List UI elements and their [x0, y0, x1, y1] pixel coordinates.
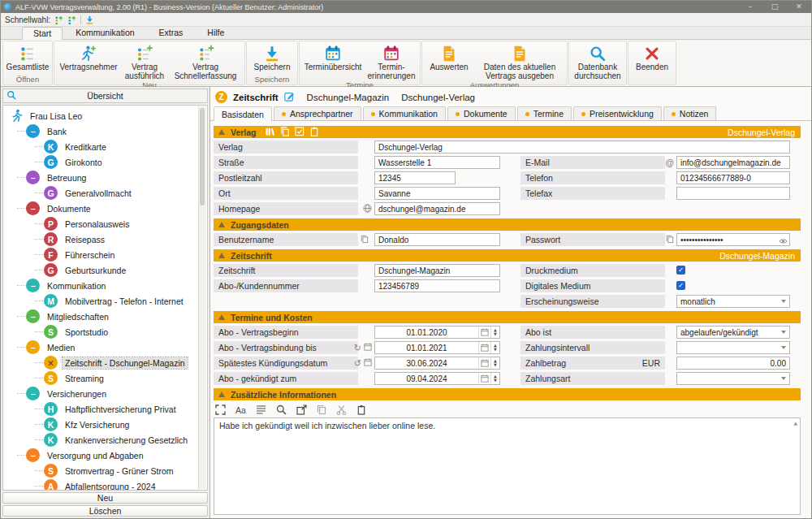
email-input[interactable]: [676, 156, 790, 169]
kuendigungsdatum-date-field[interactable]: 30.06.2024 ▲▼: [374, 357, 500, 370]
vertragsbindung-date-field[interactable]: 01.01.2021 ▲▼: [374, 341, 500, 354]
termin-erinnerungen-button[interactable]: Termin-erinnerungen: [365, 42, 418, 80]
calendar-icon[interactable]: [364, 343, 372, 352]
open-item-verlag[interactable]: Dschungel-Verlag: [401, 93, 475, 102]
collapse-icon[interactable]: −: [26, 309, 40, 323]
calendar-icon[interactable]: [478, 357, 490, 369]
fullscreen-icon[interactable]: [215, 404, 226, 415]
tree-item-kfz-versicherung[interactable]: KKfz Versicherung: [3, 417, 197, 432]
calendar-icon[interactable]: [478, 373, 490, 384]
tree-item-streaming[interactable]: SStreaming: [3, 370, 197, 386]
font-size-icon[interactable]: Aa: [235, 405, 246, 415]
tree-item-medien[interactable]: −Medien: [3, 340, 197, 355]
benutzername-input[interactable]: [374, 233, 500, 246]
tree-item-stromvertrag-grüner-strom[interactable]: SStromvertrag - Grüner Strom: [3, 463, 197, 478]
tree-item-bank[interactable]: −Bank: [3, 123, 197, 139]
tree-item-zeitschrift-dschungel-magazin[interactable]: ✕Zeitschrift - Dschungel-Magazin: [3, 355, 197, 370]
tree-item-abfallentsorgung-2024[interactable]: AAbfallentsorgung - 2024: [3, 478, 197, 491]
renew-icon[interactable]: ↻: [354, 344, 361, 352]
edit-icon[interactable]: [284, 91, 295, 103]
tree-item-reisepass[interactable]: RReisepass: [3, 231, 197, 247]
section-header[interactable]: Zeitschrift Dschungel-Magazin: [214, 249, 801, 262]
ort-input[interactable]: [374, 187, 500, 200]
zahlbetrag-input[interactable]: [676, 357, 790, 370]
tree-item-krankenversicherung-gesetzlich[interactable]: KKrankenversicherung Gesetzlich: [3, 432, 197, 448]
telefon-input[interactable]: [676, 171, 790, 184]
verlag-input[interactable]: [374, 141, 790, 154]
zeitschrift-input[interactable]: [374, 264, 500, 277]
neu-button[interactable]: Neu: [2, 492, 208, 504]
quick-save-icon[interactable]: [85, 15, 94, 24]
collapse-triangle-icon[interactable]: [218, 391, 225, 397]
date-spinner[interactable]: ▲▼: [490, 342, 499, 353]
collapse-icon[interactable]: −: [26, 171, 40, 184]
homepage-input[interactable]: [374, 202, 500, 215]
tab-termine[interactable]: Termine: [517, 106, 572, 120]
quick-new-item-icon[interactable]: [67, 15, 76, 24]
quick-new-contract-icon[interactable]: [54, 15, 63, 24]
search-icon[interactable]: [6, 90, 16, 102]
tree-item-versorgung-und-abgaben[interactable]: −Versorgung und Abgaben: [3, 448, 197, 463]
tab-extras[interactable]: Extras: [148, 26, 195, 39]
tab-notizen[interactable]: Notizen: [663, 106, 717, 120]
abo-ist-select[interactable]: abgelaufen/gekündigt: [676, 326, 790, 339]
auswerten-button[interactable]: Auswerten: [424, 42, 474, 80]
tab-kommunikation[interactable]: Kommunikation: [64, 26, 145, 39]
search-icon[interactable]: [276, 404, 287, 415]
tree-item-mitgliedschaften[interactable]: −Mitgliedschaften: [3, 309, 197, 324]
tab-preisentwicklung[interactable]: Preisentwicklung: [573, 106, 662, 120]
vertrag-schnellerfassung-button[interactable]: Vertrag Schnellerfassung: [168, 42, 243, 80]
collapse-icon[interactable]: −: [26, 124, 40, 138]
collapse-icon[interactable]: −: [26, 448, 40, 462]
maximize-button[interactable]: □: [762, 1, 787, 13]
date-spinner[interactable]: ▲▼: [490, 357, 499, 369]
close-button[interactable]: ✕: [787, 1, 811, 13]
tree-item-führerschein[interactable]: FFührerschein: [3, 247, 197, 262]
tab-hilfe[interactable]: Hilfe: [196, 26, 235, 39]
vertragsbeginn-date-field[interactable]: 01.01.2020 ▲▼: [374, 326, 500, 339]
collapse-icon[interactable]: −: [26, 340, 40, 354]
zahlungsart-select[interactable]: [676, 372, 790, 385]
passwort-input[interactable]: [676, 233, 790, 246]
digitales-medium-checkbox[interactable]: ✓: [676, 281, 685, 290]
collapse-triangle-icon[interactable]: [218, 222, 225, 227]
tab-dokumente[interactable]: Dokumente: [447, 106, 516, 120]
date-spinner[interactable]: ▲▼: [490, 373, 499, 384]
calendar-icon[interactable]: [478, 327, 490, 338]
tree-item-generalvollmacht[interactable]: GGeneralvollmacht: [3, 185, 197, 201]
gekuendigt-zum-date-field[interactable]: 09.04.2024 ▲▼: [374, 372, 500, 385]
druckmedium-checkbox[interactable]: ✓: [676, 266, 685, 275]
tree-item-betreuung[interactable]: −Betreuung: [3, 170, 197, 185]
collapse-icon[interactable]: −: [26, 387, 40, 400]
section-header[interactable]: Verlag Dschungel-Verlag: [214, 126, 801, 138]
paste-icon[interactable]: [356, 404, 366, 415]
library-icon[interactable]: [266, 127, 275, 138]
strasse-input[interactable]: [374, 156, 500, 169]
section-header[interactable]: Zusätzliche Informationen: [214, 388, 801, 400]
tree-item-geburtsurkunde[interactable]: GGeburtsurkunde: [3, 262, 197, 278]
copy-icon[interactable]: [361, 235, 369, 245]
tree-root-person[interactable]: Frau Lisa Leo: [3, 108, 197, 123]
open-external-icon[interactable]: [296, 404, 307, 415]
minimize-button[interactable]: –: [738, 1, 762, 13]
tree-item-kommunikation[interactable]: −Kommunikation: [3, 278, 197, 293]
collapse-icon[interactable]: −: [26, 279, 40, 292]
copy-icon[interactable]: [666, 235, 674, 245]
tree-item-sportstudio[interactable]: SSportstudio: [3, 324, 197, 340]
tree-item-mobilvertrag-telefon-internet[interactable]: MMobilvertrag - Telefon - Internet: [3, 293, 197, 309]
tree-item-haftpflichtversicherung-privat[interactable]: HHaftpflichtversicherung Privat: [3, 401, 197, 417]
collapse-triangle-icon[interactable]: [218, 314, 225, 320]
daten-ausgeben-button[interactable]: Daten des aktuellen Vertrags ausgeben: [474, 42, 565, 80]
datenbank-durchsuchen-button[interactable]: Datenbank durchsuchen: [571, 42, 624, 80]
tab-basisdaten[interactable]: Basisdaten: [214, 106, 272, 121]
collapse-triangle-icon[interactable]: [218, 129, 225, 135]
section-header[interactable]: Termine und Kosten: [214, 311, 801, 323]
vertragsnehmer-button[interactable]: Vertragsnehmer: [56, 42, 121, 80]
calendar-icon[interactable]: [478, 342, 490, 353]
tab-start[interactable]: Start: [22, 27, 63, 40]
gesamtliste-button[interactable]: Gesamtliste: [5, 42, 50, 75]
tree-item-kreditkarte[interactable]: KKreditkarte: [3, 139, 197, 154]
erscheinungsweise-select[interactable]: monatlich: [676, 295, 790, 308]
check-icon[interactable]: [295, 127, 304, 138]
tree-item-dokumente[interactable]: −Dokumente: [3, 201, 197, 216]
